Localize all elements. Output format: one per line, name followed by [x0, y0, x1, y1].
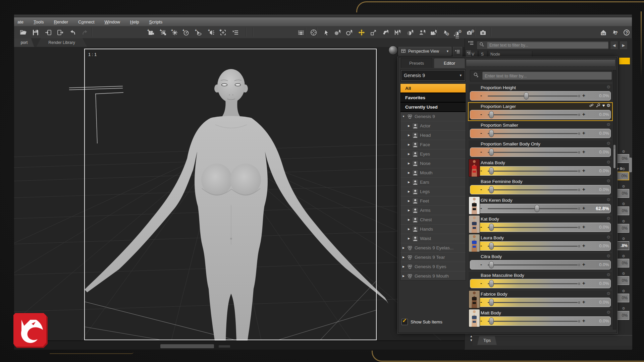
slider-row-amala-body[interactable]: Amala Body⚙-+0.0% [469, 159, 612, 177]
slider-handle[interactable] [489, 167, 494, 175]
category-face[interactable]: ▶Face [400, 140, 466, 149]
increment-button[interactable]: + [582, 149, 585, 155]
gear-icon[interactable]: ⚙ [606, 122, 610, 127]
slider-track[interactable] [488, 114, 578, 115]
caret-right-icon[interactable]: ▶ [407, 218, 411, 221]
gear-icon[interactable]: ⚙ [606, 235, 610, 240]
gear-icon[interactable]: ⚙ [606, 178, 610, 183]
figure-render[interactable] [85, 69, 388, 341]
category-waist[interactable]: ▶Waist [400, 234, 466, 243]
gear-icon[interactable]: ⚙ [606, 160, 610, 165]
category-actor[interactable]: ▶Actor [400, 121, 466, 131]
decrement-button[interactable]: - [480, 261, 482, 267]
slider-track-area[interactable]: -+0.0% [470, 260, 611, 269]
caret-right-icon[interactable]: ▶ [407, 153, 411, 156]
decrement-button[interactable]: - [480, 280, 482, 286]
increment-button[interactable]: + [582, 130, 585, 136]
new-point-light-icon[interactable]: + [170, 28, 179, 37]
slider-handle[interactable] [489, 280, 494, 287]
caret-right-icon[interactable]: ▶ [407, 181, 411, 184]
slider-handle[interactable] [489, 111, 494, 118]
slider-row-proportion-larger[interactable]: Proportion Larger♥⚙-+0.0% [469, 103, 612, 120]
checkbox-icon[interactable]: ✓ [401, 319, 408, 325]
slider-row-base-feminine-body[interactable]: Base Feminine Body⚙-+0.0% [469, 178, 612, 195]
increment-button[interactable]: + [582, 224, 585, 230]
category-genesis-9[interactable]: ▼Genesis 9 [400, 112, 466, 121]
slider-handle[interactable] [489, 299, 494, 306]
category-eyes[interactable]: ▶Eyes [400, 149, 466, 159]
slider-row-kat-body[interactable]: Kat Body⚙-+0.0% [469, 216, 612, 233]
gear-icon[interactable]: ⚙ [606, 272, 610, 277]
gear-icon[interactable]: ⚙ [606, 141, 610, 146]
toolbar-menu-icon[interactable] [231, 28, 240, 37]
slider-handle[interactable] [489, 317, 494, 325]
scale-tool-icon[interactable] [369, 28, 378, 37]
menu-window[interactable]: Window [105, 19, 120, 24]
category-head[interactable]: ▶Head [400, 131, 466, 140]
panel-header[interactable] [466, 59, 615, 67]
slider-row-proportion-smaller-body-only[interactable]: Proportion Smaller Body Only⚙-+0.0% [469, 140, 612, 158]
new-spotlight-icon[interactable]: + [194, 28, 203, 37]
help-icon[interactable]: ? [622, 28, 631, 37]
decrement-button[interactable]: - [480, 243, 482, 248]
caret-right-icon[interactable]: ▶ [407, 134, 411, 137]
tab-tips[interactable]: Tips [477, 336, 497, 345]
surface-shade-icon[interactable] [406, 28, 415, 37]
caret-right-icon[interactable]: ▶ [407, 162, 411, 165]
slider-handle[interactable] [489, 186, 494, 193]
decrement-button[interactable]: - [480, 149, 482, 155]
slider-track-area[interactable]: -+62.8% [470, 204, 611, 213]
category-mouth[interactable]: ▶Mouth [400, 168, 466, 178]
new-primitive-icon[interactable]: + [207, 28, 216, 37]
daz-connect-icon[interactable]: DS [599, 28, 608, 37]
panel-scrollbar[interactable] [613, 70, 616, 329]
caret-right-icon[interactable]: ▶ [402, 275, 405, 278]
caret-right-icon[interactable]: ▶ [407, 228, 411, 231]
menu-ate[interactable]: ate [17, 19, 23, 24]
decrement-button[interactable]: - [480, 186, 482, 192]
slider-track[interactable] [488, 264, 578, 265]
decrement-button[interactable]: - [480, 130, 482, 136]
category-genesis-9-eyes[interactable]: ▶Genesis 9 Eyes [400, 262, 466, 272]
open-file-icon[interactable] [19, 28, 28, 37]
increment-button[interactable]: + [582, 205, 585, 211]
slider-handle[interactable] [535, 205, 539, 212]
slider-track[interactable] [488, 302, 578, 303]
category-feet[interactable]: ▶Feet [400, 196, 466, 206]
translate-tool-icon[interactable] [357, 28, 366, 37]
decrement-button[interactable]: - [480, 93, 482, 98]
new-camera-icon[interactable]: + [147, 28, 155, 37]
slider-row-proportion-height[interactable]: Proportion Height⚙-+0.0% [469, 84, 612, 102]
new-null-icon[interactable]: + [219, 28, 227, 37]
polygon-group-icon[interactable] [393, 28, 402, 37]
gear-icon[interactable]: ⚙ [606, 310, 610, 315]
gear-icon[interactable]: ⚙ [606, 197, 610, 202]
tab-editor[interactable]: Editor [434, 58, 465, 68]
slider-track-area[interactable]: -+0.0% [470, 91, 611, 101]
increment-button[interactable]: + [582, 299, 585, 305]
category-genesis-9-eyelas-[interactable]: ▶Genesis 9 Eyelas... [400, 243, 466, 253]
viewport-options-icon[interactable] [453, 47, 462, 56]
slider-row-matt-body[interactable]: Matt Body⚙-+0.0% [469, 309, 612, 327]
dock-scrollbar[interactable] [629, 158, 632, 172]
scene-filter-input[interactable] [487, 42, 608, 49]
slider-handle[interactable] [489, 148, 494, 156]
slider-row-citra-body[interactable]: Citra Body⚙-+0.0% [469, 253, 612, 270]
caret-right-icon[interactable]: ▶ [402, 256, 405, 259]
slider-track-area[interactable]: -+0.0% [470, 147, 611, 157]
editor-filter-input[interactable] [482, 72, 612, 80]
category-genesis-9-tear[interactable]: ▶Genesis 9 Tear [400, 253, 466, 262]
slider-row-laura-body[interactable]: Laura Body⚙-+0.0% [469, 234, 612, 252]
figure-select-icon[interactable] [418, 28, 427, 37]
import-icon[interactable] [44, 28, 53, 37]
gear-icon[interactable]: ⚙ [606, 84, 610, 89]
caret-right-icon[interactable]: ▶ [407, 209, 411, 212]
new-distant-light-icon[interactable]: + [159, 28, 168, 37]
slider-track[interactable] [488, 189, 578, 190]
category-all[interactable]: All [400, 84, 466, 93]
decrement-button[interactable]: - [480, 318, 482, 323]
slider-row-gn-keren-body[interactable]: GN Keren Body⚙-+62.8% [469, 197, 612, 214]
view-selector[interactable]: Perspective View ▼ [398, 47, 451, 56]
bone-tool-icon[interactable] [381, 28, 390, 37]
new-linear-point-light-icon[interactable]: + [182, 28, 191, 37]
